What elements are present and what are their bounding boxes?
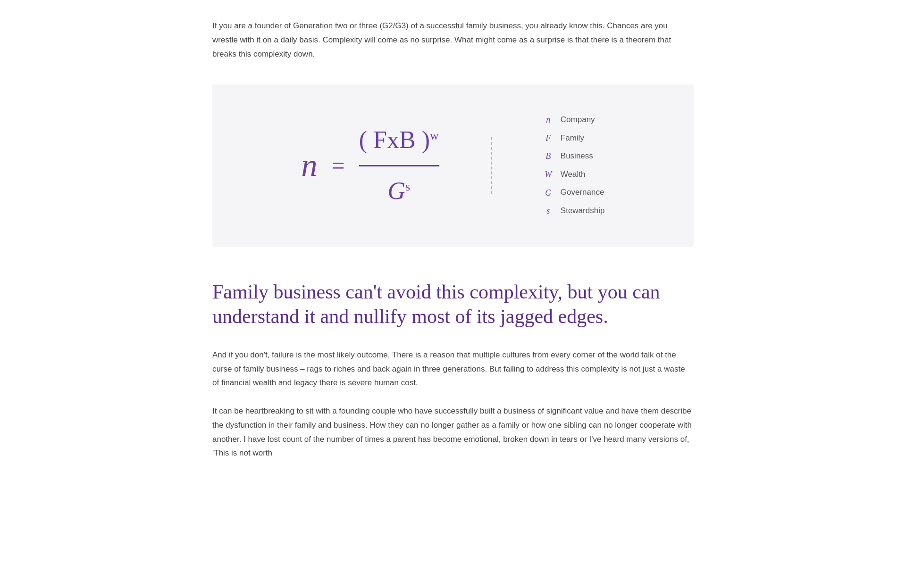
legend-key-b: B [544,149,553,164]
formula-denominator: Gs [387,168,410,212]
legend-value-f: Family [561,132,584,145]
intro-paragraph: If you are a founder of Generation two o… [212,19,694,61]
section-heading: Family business can't avoid this complex… [212,280,694,329]
legend-value-b: Business [561,149,593,163]
legend-item-n: n Company [544,113,605,127]
body-paragraph-1: And if you don't, failure is the most li… [212,348,694,390]
formula-equals: = [332,146,345,186]
numerator-text: ( FxB )w [359,126,439,153]
formula-fraction: ( FxB )w Gs [359,119,439,212]
page-container: If you are a founder of Generation two o… [184,0,722,493]
legend-value-w: Wealth [561,168,586,182]
legend-key-f: F [544,131,553,146]
legend-item-b: B Business [544,149,605,164]
formula-box: n = ( FxB )w Gs n Company F Fami [212,84,694,247]
denominator-sup: s [405,179,410,193]
legend-item-s: s Stewardship [544,204,605,218]
legend-key-w: W [544,167,553,182]
dashed-line [491,137,492,194]
legend-item-f: F Family [544,131,605,146]
legend-value-g: Governance [561,186,604,199]
legend-key-n: n [544,113,553,127]
legend-key-s: s [544,204,553,218]
numerator-sup: w [430,129,439,142]
formula-left: n = ( FxB )w Gs [302,119,439,212]
formula-divider [477,137,506,194]
formula-legend: n Company F Family B Business W Wealth G… [544,113,605,218]
legend-value-n: Company [561,113,595,127]
body-paragraph-2: It can be heartbreaking to sit with a fo… [212,404,694,460]
formula-numerator: ( FxB )w [359,119,439,166]
formula-n: n [302,138,318,193]
legend-item-g: G Governance [544,186,605,200]
legend-item-w: W Wealth [544,167,605,182]
legend-key-g: G [544,186,553,200]
legend-value-s: Stewardship [561,204,605,218]
